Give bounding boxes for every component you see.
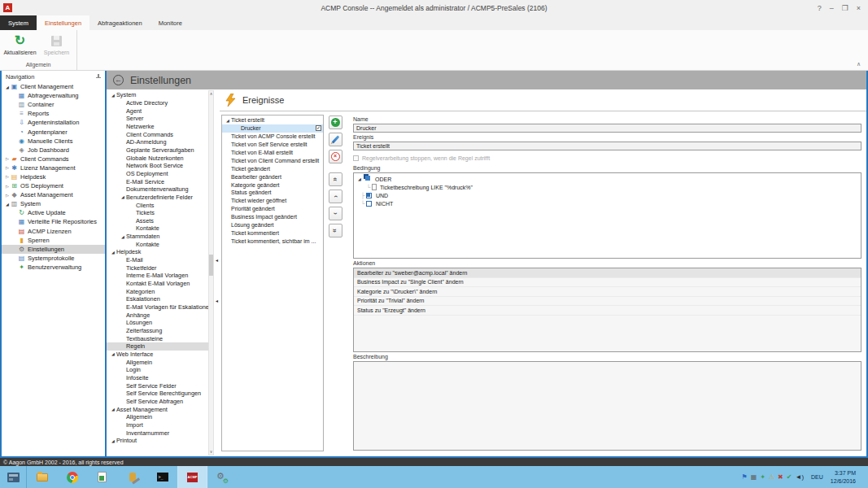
sidebar-item-manuelle-clients[interactable]: ◉Manuelle Clients: [2, 137, 105, 146]
settings-item-e-mail-vorlagen-für-eskalationen[interactable]: E-Mail Vorlagen für Eskalationen: [107, 303, 208, 312]
collapse-icon[interactable]: ◢: [110, 92, 116, 98]
taskbar-clock[interactable]: 3:37 PM 12/6/2016: [831, 469, 856, 484]
event-item-drucker[interactable]: Drucker✓: [222, 124, 323, 133]
settings-item-self-service-berechtigungen[interactable]: Self Service Berechtigungen: [107, 390, 208, 398]
sidebar-item-client-management[interactable]: ◢▣Client Management: [2, 82, 105, 91]
condition-tree[interactable]: ◢ODER└Ticketbeschreibung LIKE "%druck%"├…: [353, 172, 861, 259]
settings-item-anhänge[interactable]: Anhänge: [107, 311, 208, 319]
configuration-button[interactable]: [207, 466, 238, 488]
settings-item-os-deployment[interactable]: OS Deployment: [107, 170, 208, 178]
collapse-icon[interactable]: ◢: [110, 438, 116, 444]
management-studio-button[interactable]: [117, 466, 147, 488]
sidebar-item-asset-management[interactable]: ▷◆Asset Management: [2, 190, 105, 199]
sidebar-item-agentenplaner[interactable]: ◔Agentenplaner: [2, 127, 105, 136]
event-item-ticket-erstellt[interactable]: ◢Ticket erstellt: [222, 116, 323, 124]
settings-item-lösungen[interactable]: Lösungen: [107, 319, 208, 327]
collapse-icon[interactable]: ◢: [110, 406, 116, 412]
sidebar-item-einstellungen[interactable]: ⚙Einstellungen: [2, 245, 105, 254]
event-item-ticket-kommentiert-sichtbar-im[interactable]: Ticket kommentiert, sichtbar im ...: [222, 237, 323, 245]
plugin-icon[interactable]: ✦: [760, 474, 765, 481]
event-item-lösung-geändert[interactable]: Lösung geändert: [222, 221, 323, 229]
expand-icon[interactable]: ▷: [4, 164, 11, 171]
description-field[interactable]: [353, 361, 861, 451]
collapse-icon[interactable]: ◢: [225, 117, 231, 124]
condition-node-und[interactable]: ├UND: [354, 191, 861, 199]
action-item[interactable]: Bearbeiter zu "sweber@acmp.local" ändern: [354, 268, 861, 278]
sidebar-item-helpdesk[interactable]: ▷▤Helpdesk: [2, 172, 105, 181]
settings-item-network-boot-service[interactable]: Network Boot Service: [107, 162, 208, 170]
scroll-down-icon[interactable]: ∨: [209, 449, 213, 455]
settings-item-globale-nutzerkonten[interactable]: Globale Nutzerkonten: [107, 154, 208, 162]
collapse-icon[interactable]: ◢: [120, 194, 126, 200]
settings-item-printout[interactable]: ◢Printout: [107, 437, 208, 445]
stop-rule-checkbox[interactable]: [353, 155, 359, 161]
event-item-priorität-geändert[interactable]: Priorität geändert: [222, 205, 323, 213]
expand-icon[interactable]: ▷: [4, 173, 11, 180]
expand-icon[interactable]: ▷: [4, 155, 11, 162]
server-manager-button[interactable]: [0, 466, 27, 488]
help-button[interactable]: ?: [818, 4, 822, 12]
tab-abfrageaktionen[interactable]: Abfrageaktionen: [89, 15, 150, 30]
restore-button[interactable]: ❐: [842, 4, 848, 12]
scrollbar-thumb[interactable]: [209, 255, 213, 276]
close-button[interactable]: ×: [857, 4, 861, 12]
ribbon-collapse-icon[interactable]: ∧: [857, 61, 861, 68]
settings-item-textbausteine[interactable]: Textbausteine: [107, 334, 208, 342]
action-item[interactable]: Priorität zu "Trivial" ändern: [354, 297, 861, 307]
settings-item-active-directory[interactable]: Active Directory: [107, 99, 208, 107]
settings-item-web-interface[interactable]: ◢Web Interface: [107, 351, 208, 359]
chrome-button[interactable]: [57, 466, 87, 488]
settings-item-server[interactable]: Server: [107, 115, 208, 123]
event-item-ticket-kommentiert[interactable]: Ticket kommentiert: [222, 229, 323, 237]
collapse-icon[interactable]: ◢: [110, 351, 116, 357]
settings-item-kontakte[interactable]: Kontakte: [107, 224, 208, 233]
settings-item-e-mail-service[interactable]: E-Mail Service: [107, 177, 208, 185]
sidebar-item-verteilte-file-repositories[interactable]: ▦Verteilte File Repositories: [2, 217, 105, 226]
name-field[interactable]: Drucker: [353, 124, 861, 133]
event-item-kategorie-geändert[interactable]: Kategorie geändert: [222, 181, 323, 189]
sidebar-item-acmp-lizenzen[interactable]: ▤ACMP Lizenzen: [2, 227, 105, 236]
tab-einstellungen[interactable]: Einstellungen: [37, 15, 89, 30]
action-item[interactable]: Kategorie zu "\Drucker\" ändern: [354, 287, 861, 297]
sidebar-item-client-commands[interactable]: ▷▰Client Commands: [2, 155, 105, 163]
settings-item-inventarnummer[interactable]: Inventarnummer: [107, 429, 208, 437]
collapse-icon[interactable]: ◢: [356, 176, 363, 182]
settings-item-self-service-abfragen[interactable]: Self Service Abfragen: [107, 398, 208, 406]
collapse-left-icon[interactable]: ◄: [215, 298, 219, 303]
actions-list[interactable]: Bearbeiter zu "sweber@acmp.local" ändern…: [353, 268, 861, 352]
settings-item-ad-anmeldung[interactable]: AD-Anmeldung: [107, 138, 208, 146]
settings-item-allgemein[interactable]: Allgemein: [107, 413, 208, 421]
sidebar-item-reports[interactable]: ≡Reports: [2, 109, 105, 118]
settings-item-geplante-serveraufgaben[interactable]: Geplante Serveraufgaben: [107, 146, 208, 155]
settings-item-client-commands[interactable]: Client Commands: [107, 130, 208, 138]
settings-item-benutzerdefinierte-felder[interactable]: ◢Benutzerdefinierte Felder: [107, 194, 208, 202]
settings-item-kategorien[interactable]: Kategorien: [107, 287, 208, 295]
refresh-button[interactable]: ↻ Aktualisieren: [2, 30, 38, 61]
sidebar-item-os-deployment[interactable]: ▷⊞OS Deployment: [2, 181, 105, 190]
condition-node-ticketbeschreibung-like-druck[interactable]: └Ticketbeschreibung LIKE "%druck%": [354, 183, 861, 191]
settings-item-assets[interactable]: Assets: [107, 217, 208, 225]
event-item-ticket-von-client-command-erstellt[interactable]: Ticket von Client Command erstellt: [222, 156, 323, 164]
sidebar-item-abfrageverwaltung[interactable]: ▦Abfrageverwaltung: [2, 91, 105, 100]
input-indicator-icon[interactable]: ⚑: [741, 474, 747, 481]
settings-item-netzwerke[interactable]: Netzwerke: [107, 123, 208, 131]
expand-icon[interactable]: ▷: [4, 192, 11, 198]
settings-item-allgemein[interactable]: Allgemein: [107, 358, 208, 366]
settings-item-stammdaten[interactable]: ◢Stammdaten: [107, 233, 208, 241]
settings-item-tickets[interactable]: Tickets: [107, 209, 208, 217]
sidebar-item-agenteninstallation[interactable]: ⇩Agenteninstallation: [2, 118, 105, 127]
tab-monitore[interactable]: Monitore: [150, 15, 190, 30]
settings-item-infoseite[interactable]: Infoseite: [107, 374, 208, 382]
command-prompt-button[interactable]: >_: [147, 466, 177, 488]
sidebar-item-systemprotokolle[interactable]: ▤Systemprotokolle: [2, 254, 105, 263]
sidebar-item-sperren[interactable]: ▮Sperren: [2, 236, 105, 245]
settings-scrollbar[interactable]: ∧ ∨: [208, 90, 214, 455]
event-item-business-impact-geändert[interactable]: Business Impact geändert: [222, 213, 323, 221]
sidebar-item-container[interactable]: ▥Container: [2, 100, 105, 109]
update-ok-icon[interactable]: ✔: [787, 474, 792, 481]
event-item-ticket-von-e-mail-erstellt[interactable]: Ticket von E-Mail erstellt: [222, 149, 323, 157]
event-field[interactable]: Ticket erstellt: [353, 142, 861, 150]
event-item-ticket-von-acmp-console-erstellt[interactable]: Ticket von ACMP Console erstellt: [222, 133, 323, 141]
action-item[interactable]: Business Impact zu "Single Client" änder…: [354, 278, 861, 288]
tab-system[interactable]: System: [0, 15, 37, 30]
